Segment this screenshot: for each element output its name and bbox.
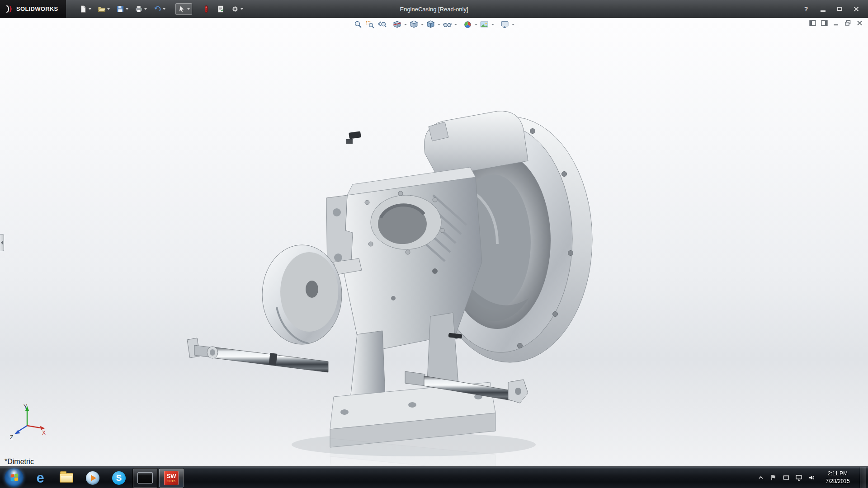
graphics-area[interactable]: Y X Z *Dimetric (0, 18, 868, 466)
chevron-down-icon[interactable] (454, 24, 457, 25)
previous-view-button[interactable] (376, 19, 387, 30)
chevron-down-icon[interactable] (163, 8, 165, 10)
chevron-down-icon[interactable] (438, 24, 440, 25)
zoom-to-area-button[interactable] (364, 19, 376, 30)
heads-up-view-toolbar (353, 19, 515, 30)
chevron-down-icon[interactable] (144, 8, 147, 10)
speaker-icon (808, 474, 815, 481)
apply-scene-button[interactable] (479, 19, 490, 30)
new-document-button[interactable] (77, 3, 94, 15)
section-view-button[interactable] (392, 19, 403, 30)
pane-right-icon (821, 20, 828, 26)
taskbar-media-player[interactable] (80, 468, 105, 488)
windows-taskbar: e S SW 2015 (0, 466, 868, 488)
tray-expand-button[interactable] (757, 474, 765, 482)
zoom-to-fit-button[interactable] (353, 19, 364, 30)
featuremanager-collapsed-tab[interactable] (0, 234, 4, 251)
folder-icon (60, 473, 73, 483)
undo-button[interactable] (151, 3, 168, 15)
file-properties-button[interactable] (214, 3, 227, 15)
chevron-down-icon[interactable] (404, 24, 407, 25)
minimize-button[interactable] (818, 5, 827, 14)
document-minimize-button[interactable] (832, 19, 840, 27)
chevron-down-icon[interactable] (512, 24, 514, 25)
chevron-down-icon[interactable] (241, 8, 243, 10)
help-button[interactable]: ? (802, 5, 811, 14)
taskbar-skype[interactable]: S (106, 468, 132, 488)
taskbar-solidworks[interactable]: SW 2015 (159, 468, 184, 488)
engine-casing-model[interactable] (0, 18, 868, 466)
triad-z-label: Z (10, 434, 13, 441)
taskbar-command-window[interactable] (132, 468, 158, 488)
hide-show-items-button[interactable] (442, 19, 453, 30)
internet-explorer-icon: e (36, 471, 44, 485)
chevron-down-icon[interactable] (89, 8, 91, 10)
print-icon (135, 5, 143, 13)
chevron-down-icon[interactable] (421, 24, 424, 25)
show-desktop-button[interactable] (860, 467, 866, 488)
window-icon (783, 474, 790, 481)
document-title: EngineCasing [Read-only] (400, 5, 468, 12)
chevron-down-icon[interactable] (107, 8, 110, 10)
orientation-triad: Y X Z (9, 403, 47, 443)
display-style-icon (426, 20, 435, 29)
media-player-icon (86, 471, 99, 485)
print-button[interactable] (132, 3, 149, 15)
chevron-down-icon[interactable] (187, 8, 190, 10)
document-restore-button[interactable] (844, 19, 852, 27)
options-button[interactable] (229, 3, 245, 15)
open-folder-icon (98, 5, 106, 13)
rebuild-button[interactable] (200, 3, 212, 15)
tray-display-button[interactable] (795, 474, 803, 482)
chevron-up-icon (757, 474, 764, 481)
window-controls: ? (802, 5, 868, 14)
action-center-button[interactable] (769, 474, 778, 482)
select-button[interactable] (175, 3, 192, 15)
taskbar-internet-explorer[interactable]: e (28, 468, 53, 488)
section-view-icon (392, 20, 402, 29)
zoom-to-area-icon (365, 20, 375, 29)
solidworks-year: 2015 (167, 479, 175, 483)
edit-appearance-button[interactable] (462, 19, 473, 30)
open-button[interactable] (95, 3, 112, 15)
pane-left-button[interactable] (809, 19, 816, 27)
save-button[interactable] (114, 3, 131, 15)
chevron-down-icon[interactable] (126, 8, 128, 10)
display-style-button[interactable] (425, 19, 436, 30)
triad-y-label: Y (24, 404, 27, 410)
previous-view-icon (377, 20, 387, 29)
taskbar-windows-explorer[interactable] (54, 468, 79, 488)
options-gear-icon (231, 5, 239, 13)
select-cursor-icon (178, 5, 186, 13)
tray-window-button[interactable] (782, 474, 790, 482)
view-orientation-button[interactable] (408, 19, 420, 30)
close-button[interactable] (852, 5, 861, 14)
clock-date: 7/28/2015 (823, 478, 853, 485)
view-settings-button[interactable] (499, 19, 510, 30)
solidworks-window: SOLIDWORKS (0, 0, 868, 488)
flag-icon (770, 474, 777, 481)
start-button[interactable] (5, 468, 24, 487)
clock-time: 2:11 PM (823, 470, 853, 477)
solidworks-logo: SOLIDWORKS (0, 0, 66, 18)
brand-name: SOLIDWORKS (16, 5, 58, 12)
document-close-button[interactable] (856, 19, 863, 27)
close-icon (856, 20, 863, 26)
maximize-button[interactable] (835, 5, 844, 14)
chevron-down-icon[interactable] (491, 24, 494, 25)
view-orientation-cube-icon (409, 20, 419, 29)
volume-button[interactable] (807, 474, 816, 482)
pane-right-button[interactable] (821, 19, 828, 27)
zoom-to-fit-icon (354, 20, 363, 29)
solidworks-icon: SW 2015 (164, 471, 179, 485)
taskbar-clock[interactable]: 2:11 PM 7/28/2015 (823, 470, 853, 484)
dassault-systemes-icon (5, 5, 14, 14)
windows-flag-icon (10, 474, 18, 481)
close-icon (854, 6, 859, 12)
apply-scene-icon (480, 20, 489, 29)
view-orientation-label: *Dimetric (5, 458, 34, 466)
document-window-controls (809, 19, 863, 27)
solidworks-letters: SW (167, 473, 176, 479)
edit-appearance-ball-icon (463, 20, 472, 29)
chevron-down-icon[interactable] (475, 24, 477, 25)
